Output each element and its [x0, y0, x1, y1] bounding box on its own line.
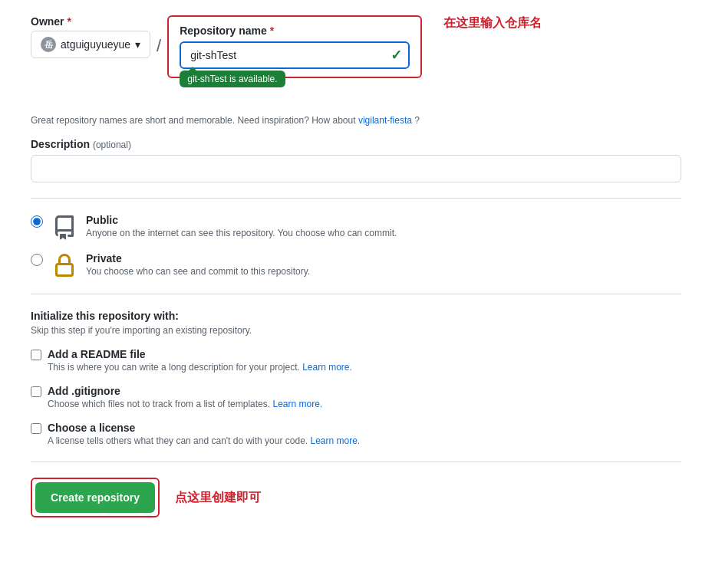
- repo-name-required-star: *: [270, 25, 274, 37]
- avatar: 岳: [41, 37, 56, 52]
- suggestion-text: vigilant-fiesta: [358, 115, 412, 126]
- gitignore-option: Add .gitignore Choose which files not to…: [31, 385, 681, 409]
- license-checkbox[interactable]: [31, 423, 41, 434]
- section-divider-2: [31, 294, 681, 294]
- create-repo-annotation: 点这里创建即可: [175, 490, 261, 506]
- gitignore-checkbox[interactable]: [31, 386, 41, 397]
- slash-text: /: [157, 36, 161, 55]
- description-label-text: Description: [31, 138, 90, 150]
- check-icon: ✓: [391, 47, 402, 64]
- readme-option-text: Add a README file This is where you can …: [48, 348, 352, 373]
- readme-option: Add a README file This is where you can …: [31, 348, 681, 373]
- public-radio[interactable]: [31, 215, 43, 228]
- path-separator: /: [157, 32, 161, 60]
- repo-name-highlight-box: Repository name * ✓ git-shTest is availa…: [167, 15, 422, 78]
- hint-text-after: ?: [414, 115, 420, 126]
- avatar-text: 岳: [44, 39, 53, 51]
- public-description: Anyone on the internet can see this repo…: [86, 228, 397, 238]
- license-desc: A license tells others what they can and…: [48, 435, 360, 446]
- init-title: Initialize this repository with:: [31, 310, 681, 322]
- init-subtitle: Skip this step if you're importing an ex…: [31, 325, 681, 336]
- private-option-text: Private You choose who can see and commi…: [86, 252, 310, 277]
- readme-learn-more-text: Learn more.: [302, 362, 352, 373]
- readme-desc-text: This is where you can write a long descr…: [48, 362, 300, 373]
- readme-checkbox[interactable]: [31, 350, 41, 360]
- readme-desc: This is where you can write a long descr…: [48, 362, 352, 373]
- hint-text-before: Great repository names are short and mem…: [31, 115, 358, 126]
- repo-suggestion-link[interactable]: vigilant-fiesta: [358, 115, 414, 126]
- public-label: Public: [86, 214, 397, 226]
- license-option-text: Choose a license A license tells others …: [48, 422, 360, 446]
- gitignore-option-text: Add .gitignore Choose which files not to…: [48, 385, 322, 409]
- repo-name-input-container: ✓ git-shTest is available.: [180, 41, 410, 69]
- license-option: Choose a license A license tells others …: [31, 422, 681, 446]
- gitignore-learn-more-link[interactable]: Learn more.: [272, 399, 322, 409]
- owner-repo-row: Owner * 岳 atguiguyueyue ▾ / Repository n…: [31, 15, 681, 78]
- description-input[interactable]: [31, 155, 681, 182]
- private-radio[interactable]: [31, 254, 43, 266]
- create-repo-btn-label: Create repository: [51, 491, 140, 504]
- gitignore-desc-text: Choose which files not to track from a l…: [48, 399, 270, 409]
- license-desc-text: A license tells others what they can and…: [48, 435, 308, 446]
- repo-name-input-wrapper: ✓: [180, 41, 410, 69]
- optional-label: (optional): [93, 140, 131, 150]
- owner-dropdown[interactable]: 岳 atguiguyueyue ▾: [31, 31, 150, 58]
- owner-required-star: *: [67, 15, 71, 28]
- readme-learn-more-link[interactable]: Learn more.: [302, 362, 352, 373]
- repo-name-label: Repository name *: [180, 25, 410, 37]
- public-option-text: Public Anyone on the internet can see th…: [86, 214, 397, 238]
- repo-name-annotation: 在这里输入仓库名: [443, 15, 542, 31]
- repo-name-input[interactable]: [180, 41, 410, 69]
- tooltip-text: git-shTest is available.: [187, 74, 277, 84]
- repo-name-label-text: Repository name: [180, 25, 267, 37]
- public-repo-icon: [52, 215, 77, 240]
- gitignore-desc: Choose which files not to track from a l…: [48, 399, 322, 409]
- readme-label: Add a README file: [48, 348, 352, 360]
- license-label: Choose a license: [48, 422, 360, 434]
- license-learn-more-link[interactable]: Learn more.: [311, 435, 361, 446]
- owner-label-text: Owner: [31, 15, 64, 28]
- owner-group: Owner * 岳 atguiguyueyue ▾: [31, 15, 150, 58]
- create-repository-button[interactable]: Create repository: [35, 482, 155, 513]
- section-divider-3: [31, 462, 681, 462]
- available-tooltip: git-shTest is available.: [180, 71, 285, 87]
- chevron-down-icon: ▾: [135, 38, 140, 51]
- public-option: Public Anyone on the internet can see th…: [31, 214, 681, 240]
- owner-label: Owner *: [31, 15, 150, 28]
- private-option: Private You choose who can see and commi…: [31, 252, 681, 278]
- description-label: Description (optional): [31, 138, 681, 150]
- private-label: Private: [86, 252, 310, 264]
- gitignore-label: Add .gitignore: [48, 385, 322, 397]
- private-repo-icon: [52, 254, 77, 278]
- initialize-section: Initialize this repository with: Skip th…: [31, 310, 681, 446]
- owner-username: atguiguyueyue: [61, 38, 130, 51]
- private-description: You choose who can see and commit to thi…: [86, 266, 310, 277]
- repo-name-hint: Great repository names are short and mem…: [31, 115, 681, 126]
- section-divider-1: [31, 198, 681, 199]
- license-learn-more-text: Learn more.: [311, 435, 361, 446]
- create-repo-form: Owner * 岳 atguiguyueyue ▾ / Repository n…: [31, 15, 681, 517]
- description-section: Description (optional): [31, 138, 681, 182]
- visibility-section: Public Anyone on the internet can see th…: [31, 214, 681, 278]
- gitignore-learn-more-text: Learn more.: [272, 399, 322, 409]
- create-repo-row: Create repository 点这里创建即可: [31, 478, 681, 517]
- create-repo-highlight-box: Create repository: [31, 478, 160, 517]
